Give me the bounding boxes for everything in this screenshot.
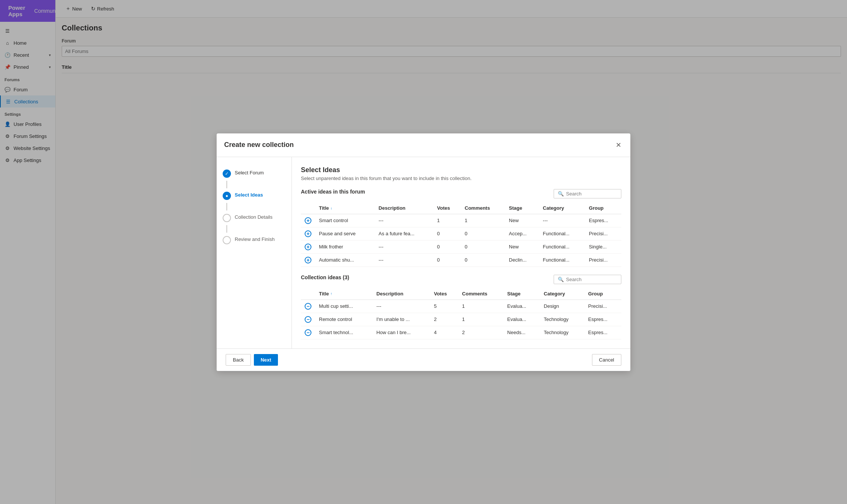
th-category-active: Category: [539, 202, 585, 214]
collection-row-group-0: Precisi...: [584, 300, 621, 313]
collection-row-comments-1: 1: [458, 313, 504, 326]
add-idea-icon-2[interactable]: +: [305, 244, 311, 250]
active-row-comments-1: 0: [461, 227, 505, 240]
th-description-active: Description: [375, 202, 434, 214]
remove-idea-icon-1[interactable]: −: [305, 316, 311, 323]
add-idea-icon-1[interactable]: +: [305, 230, 311, 237]
active-row-category-0: ---: [539, 214, 585, 227]
collection-idea-row: − Multi cup setti... --- 5 1 Evalua... D…: [301, 300, 621, 313]
cancel-button[interactable]: Cancel: [592, 354, 621, 366]
step-indicator-review: [223, 236, 231, 244]
collection-search-input[interactable]: [566, 277, 629, 282]
active-row-comments-3: 0: [461, 253, 505, 266]
back-button[interactable]: Back: [226, 354, 251, 366]
collection-row-stage-1: Evalua...: [504, 313, 540, 326]
collection-row-category-0: Design: [540, 300, 584, 313]
collection-ideas-table: Title ↑ Description Votes Comments Stage…: [301, 288, 621, 339]
modal-close-button[interactable]: ✕: [614, 139, 623, 151]
th-group-active: Group: [585, 202, 621, 214]
active-idea-row: + Automatic shu... --- 0 0 Declin... Fun…: [301, 253, 621, 266]
collection-row-comments-0: 1: [458, 300, 504, 313]
active-row-desc-1: As a future fea...: [375, 227, 434, 240]
th-title-collection: Title ↑: [315, 288, 373, 300]
collection-row-group-2: Espres...: [584, 326, 621, 339]
collection-row-title-1: Remote control: [315, 313, 373, 326]
collection-search-icon: 🔍: [558, 277, 564, 282]
step-indicator-ideas: ●: [223, 192, 231, 200]
modal-footer: Back Next Cancel: [217, 348, 630, 371]
active-row-desc-0: ---: [375, 214, 434, 227]
th-comments-active: Comments: [461, 202, 505, 214]
active-row-votes-3: 0: [433, 253, 461, 266]
remove-idea-icon-2[interactable]: −: [305, 329, 311, 336]
footer-left-buttons: Back Next: [226, 354, 278, 366]
active-row-title-1: Pause and serve: [315, 227, 375, 240]
collection-row-stage-0: Evalua...: [504, 300, 540, 313]
active-row-desc-2: ---: [375, 240, 434, 253]
add-idea-icon-0[interactable]: +: [305, 217, 311, 224]
collection-row-votes-1: 2: [430, 313, 458, 326]
th-comments-collection: Comments: [458, 288, 504, 300]
active-row-stage-1: Accep...: [505, 227, 539, 240]
title-sort-icon-collection: ↑: [331, 292, 332, 296]
th-icon-active: [301, 202, 315, 214]
active-row-title-0: Smart control: [315, 214, 375, 227]
active-idea-row: + Milk frother --- 0 0 New Functional...…: [301, 240, 621, 253]
step-connector-1: [226, 181, 227, 188]
collection-ideas-header-row: Collection ideas (3) 🔍: [301, 274, 621, 285]
wizard-step-select-forum[interactable]: ✓ Select Forum: [223, 166, 285, 181]
step-label-review: Review and Finish: [235, 236, 275, 242]
collection-ideas-section-title: Collection ideas (3): [301, 274, 349, 280]
collection-row-votes-0: 5: [430, 300, 458, 313]
wizard-step-select-ideas[interactable]: ● Select Ideas: [223, 188, 285, 203]
collection-row-group-1: Espres...: [584, 313, 621, 326]
wizard-step-collection-details[interactable]: Collection Details: [223, 210, 285, 225]
collection-row-category-2: Technology: [540, 326, 584, 339]
modal-title: Create new collection: [224, 141, 294, 149]
active-row-category-3: Functional...: [539, 253, 585, 266]
collection-ideas-search-box[interactable]: 🔍: [554, 275, 621, 284]
active-row-votes-2: 0: [433, 240, 461, 253]
active-row-stage-3: Declin...: [505, 253, 539, 266]
active-ideas-header-row: Active ideas in this forum 🔍: [301, 189, 621, 199]
modal-body: ✓ Select Forum ● Select Ideas Collection…: [217, 157, 630, 348]
active-idea-row: + Smart control --- 1 1 New --- Espres..…: [301, 214, 621, 227]
active-row-votes-1: 0: [433, 227, 461, 240]
content-title: Select Ideas: [301, 166, 621, 174]
collection-row-desc-2: How can I bre...: [373, 326, 430, 339]
active-row-group-2: Single...: [585, 240, 621, 253]
remove-idea-icon-0[interactable]: −: [305, 303, 311, 310]
collection-table-header-row: Title ↑ Description Votes Comments Stage…: [301, 288, 621, 300]
modal-content-area: Select Ideas Select unparented ideas in …: [292, 157, 630, 348]
th-description-collection: Description: [373, 288, 430, 300]
collection-row-desc-1: I'm unable to ...: [373, 313, 430, 326]
th-votes-collection: Votes: [430, 288, 458, 300]
active-row-group-0: Espres...: [585, 214, 621, 227]
active-ideas-search-box[interactable]: 🔍: [554, 189, 621, 198]
active-row-group-1: Precisi...: [585, 227, 621, 240]
active-search-input[interactable]: [566, 191, 629, 197]
th-icon-collection: [301, 288, 315, 300]
modal-overlay: Create new collection ✕ ✓ Select Forum ●…: [0, 0, 847, 504]
th-votes-active: Votes: [433, 202, 461, 214]
active-row-title-2: Milk frother: [315, 240, 375, 253]
th-category-collection: Category: [540, 288, 584, 300]
th-group-collection: Group: [584, 288, 621, 300]
active-row-stage-0: New: [505, 214, 539, 227]
active-row-category-1: Functional...: [539, 227, 585, 240]
active-search-icon: 🔍: [558, 191, 564, 197]
active-row-stage-2: New: [505, 240, 539, 253]
wizard-steps: ✓ Select Forum ● Select Ideas Collection…: [217, 157, 292, 348]
active-idea-row: + Pause and serve As a future fea... 0 0…: [301, 227, 621, 240]
active-row-title-3: Automatic shu...: [315, 253, 375, 266]
collection-row-title-2: Smart technol...: [315, 326, 373, 339]
active-row-group-3: Precisi...: [585, 253, 621, 266]
collection-row-comments-2: 2: [458, 326, 504, 339]
step-label-ideas: Select Ideas: [235, 191, 263, 198]
next-button[interactable]: Next: [254, 354, 278, 366]
th-stage-active: Stage: [505, 202, 539, 214]
step-label-forum: Select Forum: [235, 169, 264, 176]
active-ideas-section-title: Active ideas in this forum: [301, 189, 365, 195]
add-idea-icon-3[interactable]: +: [305, 257, 311, 263]
wizard-step-review-finish[interactable]: Review and Finish: [223, 233, 285, 247]
